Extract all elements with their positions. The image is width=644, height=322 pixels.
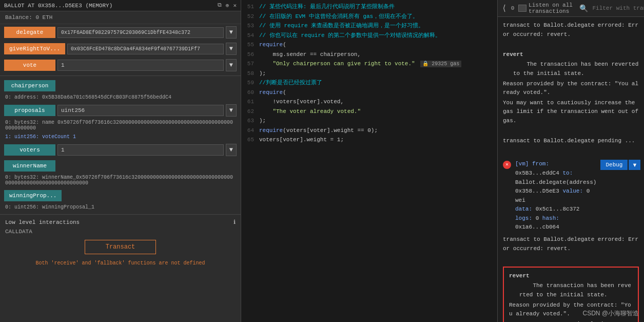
panel-header-icons: ⧉ ⊕ ✕ (218, 2, 237, 9)
balance-row: Balance: 0 ETH (0, 11, 241, 24)
term-revert-line1: The transaction has been reverted to the… (503, 60, 639, 78)
code-line-54: 54 // 你也可以在 require 的第二个参数中提供一个对错误情况的解释。 (241, 31, 497, 41)
balance-text: Balance: 0 ETH (5, 14, 52, 21)
code-line-59: 59 //判断是否已经投过票了 (241, 78, 497, 88)
code-line-55: 55 require( (241, 40, 497, 50)
code-line-61: 61 !voters[voter].voted, (241, 97, 497, 107)
tx-details: [vm] from: 0x5B3...eddC4 to: Ballot.dele… (515, 160, 596, 232)
search-icon[interactable]: 🔍 (579, 4, 588, 13)
debug-group: Debug ▼ (600, 160, 640, 170)
vote-dropdown[interactable]: ▼ (226, 59, 237, 71)
voters-input[interactable] (57, 144, 224, 156)
proposals-input[interactable] (57, 105, 224, 116)
code-line-64: 64 require(voters[voter].weight == 0); (241, 126, 497, 136)
delegate-button[interactable]: delegate (4, 27, 55, 38)
vote-input[interactable] (57, 60, 224, 71)
copy-icon[interactable]: ⧉ (218, 2, 222, 9)
left-panel: BALLOT AT 0X358...D5EE3 (MEMORY) ⧉ ⊕ ✕ B… (0, 0, 241, 322)
chairperson-button[interactable]: chairperson (4, 80, 55, 91)
term-revert-line2: Reason provided by the contract: "You al… (503, 80, 639, 98)
expand-icon[interactable]: ⟨ (502, 3, 507, 13)
delegate-dropdown[interactable]: ▼ (226, 26, 237, 39)
logs-label: logs: 0 (515, 215, 539, 221)
term-after-tx: transact to Ballot.delegate errored: Err… (503, 235, 639, 253)
give-right-input[interactable] (67, 44, 224, 54)
code-line-51: 51 // 某些代码注释: 最后几行代码说明了某些限制条件 (241, 2, 497, 12)
filter-input[interactable] (592, 5, 644, 11)
debug-arrow-button[interactable]: ▼ (629, 160, 640, 170)
code-line-62: 62 "The voter already voted." (241, 107, 497, 117)
vm-label: [vm] (515, 161, 529, 167)
low-level-header: Low level interactions ℹ (0, 217, 241, 228)
close-icon[interactable]: ✕ (233, 2, 237, 9)
winner-name-row: winnerName (4, 160, 237, 172)
give-right-dropdown[interactable]: ▼ (226, 43, 237, 55)
code-line-63: 63 ); (241, 116, 497, 126)
warning-text: Both 'receive' and 'fallback' functions … (0, 258, 241, 268)
delegate-input[interactable] (57, 27, 224, 38)
revert-box-title: revert (509, 272, 633, 281)
winning-prop-output: 0: uint256: winningProposal_1 (0, 203, 241, 212)
code-line-57: 57 "Only chairperson can give right to v… (241, 59, 497, 69)
proposals-dropdown[interactable]: ▼ (226, 104, 237, 117)
info-icon: ℹ (233, 219, 236, 225)
proposals-row: proposals ▼ (4, 104, 237, 117)
winner-name-output: 0: bytes32: winnerName_0x50726f706f73616… (0, 174, 241, 188)
code-line-65: 65 voters[voter].weight = 1; (241, 135, 497, 145)
revert-box-line3: You may want to cautiously increase the … (509, 320, 633, 322)
low-level-title: Low level interactions (5, 219, 80, 225)
code-line-52: 52 // 在旧版的 EVM 中这曾经会消耗所有 gas，但现在不会了。 (241, 12, 497, 22)
proposals-output-count: 1: uint256: voteCount 1 (0, 133, 241, 142)
terminal-toolbar: ⟨ 0 Listen on all transactions 🔍 (498, 0, 644, 17)
transaction-entry: ✕ [vm] from: 0x5B3...eddC4 to: Ballot.de… (503, 157, 639, 235)
code-line-53: 53 // 使用 require 来查函数是否被正确地调用，是一个好习惯。 (241, 21, 497, 31)
calldata-label: CALLDATA (0, 228, 241, 236)
terminal-body: transact to Ballot.delegate errored: Err… (498, 17, 644, 322)
transact-button[interactable]: Transact (85, 240, 157, 254)
term-revert-title: revert (503, 50, 639, 60)
code-area: 51 // 某些代码注释: 最后几行代码说明了某些限制条件 52 // 在旧版的… (241, 0, 497, 322)
winning-prop-row: winningProp... (4, 190, 237, 201)
chairperson-row: chairperson (4, 80, 237, 91)
panel-header: BALLOT AT 0X358...D5EE3 (MEMORY) ⧉ ⊕ ✕ (0, 0, 241, 11)
give-right-row: giveRightToV... ▼ (4, 43, 237, 55)
winning-prop-button[interactable]: winningProp... (4, 190, 62, 201)
proposals-output-name: 0: bytes32: name 0x50726f706f73616c32000… (0, 119, 241, 133)
vote-row: vote ▼ (4, 59, 237, 71)
proposals-button[interactable]: proposals (4, 105, 55, 116)
code-line-60: 60 require( (241, 88, 497, 98)
give-right-button[interactable]: giveRightToV... (4, 43, 65, 54)
term-line-blank2 (503, 127, 639, 136)
voters-row: voters ▼ (4, 144, 237, 156)
panel-title: BALLOT AT 0X358...D5EE3 (MEMORY) (4, 3, 112, 9)
listen-toggle: Listen on all transactions (518, 2, 575, 14)
listen-label: Listen on all transactions (529, 2, 575, 14)
error-icon: ✕ (503, 161, 511, 169)
delegate-row: delegate ▼ (4, 26, 237, 39)
data-label: data: 0x5c1...8c372 (515, 206, 579, 212)
watermark: CSDN @小海聊智造 (582, 309, 639, 318)
term-pending: transact to Ballot.delegate pending ... (503, 137, 639, 146)
pin-icon[interactable]: ⊕ (226, 2, 229, 9)
terminal-panel: ⟨ 0 Listen on all transactions 🔍 transac… (498, 0, 644, 322)
code-line-58: 58 ); (241, 69, 497, 79)
chairperson-output: 0: address: 0x5B38Da6a701c568545dCFcB03F… (0, 93, 241, 102)
revert-box-line1: The transaction has been reverted to the… (509, 281, 633, 299)
term-revert-line3: You may want to cautiously increase the … (503, 99, 639, 126)
winner-name-button[interactable]: winnerName (4, 160, 55, 172)
voters-button[interactable]: voters (4, 144, 55, 156)
code-line-56: 56 msg.sender == chairperson, (241, 50, 497, 60)
debug-button[interactable]: Debug (600, 160, 628, 170)
term-line-blank3 (503, 147, 639, 156)
voters-dropdown[interactable]: ▼ (226, 144, 237, 156)
listen-checkbox[interactable] (518, 5, 526, 12)
term-line-1: transact to Ballot.delegate errored: Err… (503, 21, 639, 39)
code-panel: 51 // 某些代码注释: 最后几行代码说明了某些限制条件 52 // 在旧版的… (241, 0, 498, 322)
terminal-count: 0 (511, 5, 515, 11)
vote-button[interactable]: vote (4, 60, 55, 71)
term-line-blank4 (503, 254, 639, 263)
term-line-blank1 (503, 40, 639, 49)
